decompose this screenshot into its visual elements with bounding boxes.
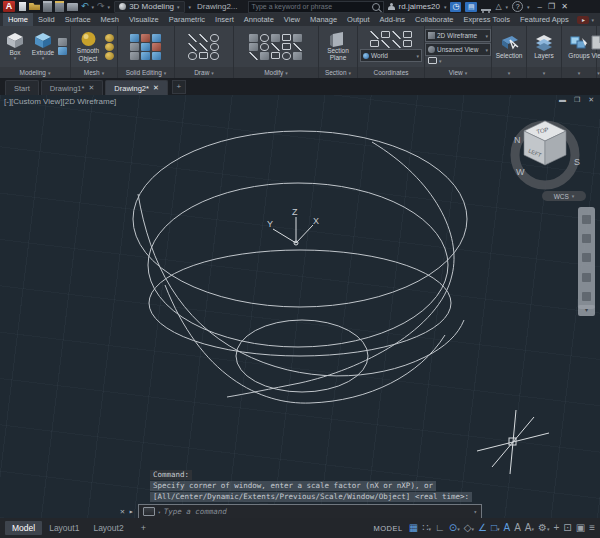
restore-button[interactable]: ❐ — [548, 2, 555, 11]
help-dropdown-icon[interactable]: ▾ — [527, 4, 530, 10]
section-plane-button[interactable]: Section Plane — [323, 32, 353, 61]
viewcube[interactable]: N W S TOP LEFT — [500, 103, 590, 195]
tab-manage[interactable]: Manage — [305, 13, 342, 26]
modeling-panel-label[interactable]: Modeling▾ — [0, 67, 70, 78]
compass-north[interactable]: N — [514, 135, 521, 145]
solid-editing-panel-label[interactable]: Solid Editing▾ — [118, 67, 174, 78]
line-icon[interactable] — [188, 34, 197, 42]
viewport-controls-label[interactable]: [-][Custom View][2D Wireframe] — [4, 97, 116, 106]
tab-mesh[interactable]: Mesh — [96, 13, 124, 26]
ucs-icon[interactable] — [370, 31, 379, 39]
taper-face-icon[interactable] — [152, 43, 161, 51]
polyline-icon[interactable] — [199, 34, 208, 42]
save-icon[interactable] — [43, 1, 52, 12]
ucs-previous-icon[interactable] — [392, 31, 401, 39]
move-icon[interactable] — [249, 34, 258, 42]
isodraft-toggle[interactable]: ◇▾ — [464, 519, 474, 538]
circle-icon[interactable] — [210, 34, 219, 42]
zoom-icon[interactable] — [582, 253, 591, 262]
view-panel-label[interactable]: View▾ — [425, 67, 491, 78]
groups-icon[interactable] — [569, 34, 589, 51]
tab-addins[interactable]: Add-ins — [375, 13, 410, 26]
snap-toggle[interactable]: ∷▾ — [422, 519, 431, 538]
close-button[interactable]: ✕ — [561, 2, 568, 11]
selection-panel-label[interactable]: ▾ — [492, 67, 526, 78]
fillet-edge-icon[interactable] — [141, 43, 150, 51]
modify-panel-label[interactable]: Modify▾ — [234, 67, 318, 78]
app-store-cart-icon[interactable] — [481, 2, 491, 11]
customization-plus-button[interactable]: + — [553, 519, 559, 537]
tab-view[interactable]: View — [279, 13, 305, 26]
add-layout-button[interactable]: + — [134, 521, 153, 535]
tab-visualize[interactable]: Visualize — [124, 13, 164, 26]
plot-icon[interactable] — [67, 3, 78, 11]
stretch-icon[interactable] — [271, 43, 280, 51]
layers-icon[interactable] — [534, 34, 554, 51]
command-expand-icon[interactable]: ▾ — [473, 508, 477, 515]
align-icon[interactable] — [271, 52, 280, 59]
section-panel-label[interactable]: Section▾ — [319, 67, 357, 78]
trim-icon[interactable] — [271, 34, 280, 42]
grid-toggle[interactable]: ▦ — [409, 519, 418, 537]
isolate-objects-button[interactable]: ⊡ — [563, 519, 571, 537]
pan-icon[interactable] — [582, 234, 591, 243]
save-as-icon[interactable] — [55, 1, 64, 12]
arc-icon[interactable] — [199, 43, 208, 51]
tab-featured-apps[interactable]: Featured Apps — [515, 13, 574, 26]
tab-home[interactable]: Home — [3, 13, 33, 26]
presspull-icon[interactable] — [58, 47, 67, 55]
offset-icon[interactable] — [260, 43, 269, 51]
navigation-bar-menu[interactable]: ▾ — [578, 305, 595, 316]
close-drawing2-icon[interactable]: ✕ — [153, 84, 159, 92]
ucs-world-icon[interactable] — [381, 31, 390, 38]
ucs-origin-icon[interactable] — [392, 40, 401, 48]
donut-icon[interactable] — [188, 52, 197, 60]
check-icon[interactable] — [152, 52, 161, 60]
tab-drawing1[interactable]: Drawing1*✕ — [41, 80, 103, 95]
lengthen-icon[interactable] — [293, 52, 302, 60]
layout1-tab[interactable]: Layout1 — [42, 521, 86, 535]
compass-west[interactable]: W — [516, 167, 525, 177]
tab-annotate[interactable]: Annotate — [239, 13, 279, 26]
polar-tracking-toggle[interactable]: ⊙▾ — [449, 519, 460, 538]
tab-insert[interactable]: Insert — [210, 13, 239, 26]
drawing-canvas[interactable]: Z X Y [-][Custom View][2D Wireframe] ▬ ❐… — [0, 95, 600, 518]
command-recent-icon[interactable]: ▸ — [129, 507, 134, 516]
region-icon[interactable] — [210, 52, 219, 60]
account-dropdown-icon[interactable]: ▾ — [506, 4, 509, 10]
object-snap-toggle[interactable]: □▾ — [491, 519, 500, 538]
draw-panel-label[interactable]: Draw▾ — [175, 67, 233, 78]
named-view-dropdown[interactable]: Unsaved View ▾ — [425, 43, 491, 56]
new-icon[interactable] — [19, 2, 26, 11]
command-input[interactable]: ▾ Type a command ▾ — [138, 504, 482, 518]
ucs-object-icon[interactable] — [370, 40, 379, 47]
workspace-switching-button[interactable]: ⚙▾ — [538, 519, 549, 538]
spline-icon[interactable] — [188, 43, 197, 51]
undo-icon[interactable]: ↶ — [81, 2, 89, 11]
tab-express-tools[interactable]: Express Tools — [458, 13, 515, 26]
search-input[interactable]: Type a keyword or phrase — [248, 1, 384, 13]
shell-icon[interactable] — [130, 52, 139, 60]
ortho-toggle[interactable]: ∟ — [435, 519, 445, 537]
ucs-face-icon[interactable] — [403, 31, 412, 38]
ucs-zaxis-icon[interactable] — [403, 40, 412, 47]
undo-dropdown-icon[interactable]: ▾ — [92, 4, 95, 10]
annotation-scale-button[interactable]: A▾ — [525, 519, 534, 538]
annotation-autoscale-toggle[interactable]: A — [514, 519, 521, 537]
fillet-icon[interactable] — [293, 43, 302, 51]
new-drawing-button[interactable]: + — [172, 80, 186, 94]
model-space-label[interactable]: MODEL — [373, 524, 402, 533]
wcs-button[interactable]: WCS▾ — [542, 191, 586, 201]
orbit-icon[interactable] — [582, 273, 591, 282]
smooth-object-button[interactable]: Smooth Object — [73, 31, 103, 61]
ucs-view-icon[interactable] — [381, 40, 390, 48]
polysolid-icon[interactable] — [58, 38, 67, 46]
app-logo-icon[interactable]: A — [3, 1, 15, 12]
open-icon[interactable] — [29, 3, 40, 10]
qat-customize-icon[interactable]: ▾ — [189, 4, 192, 10]
rectangle-icon[interactable] — [199, 52, 208, 59]
graphics-performance-button[interactable]: ▣ — [576, 519, 585, 537]
scale-icon[interactable] — [282, 43, 291, 50]
smooth-less-icon[interactable] — [105, 43, 114, 51]
viewport-config-row[interactable]: ▾ — [428, 57, 488, 64]
